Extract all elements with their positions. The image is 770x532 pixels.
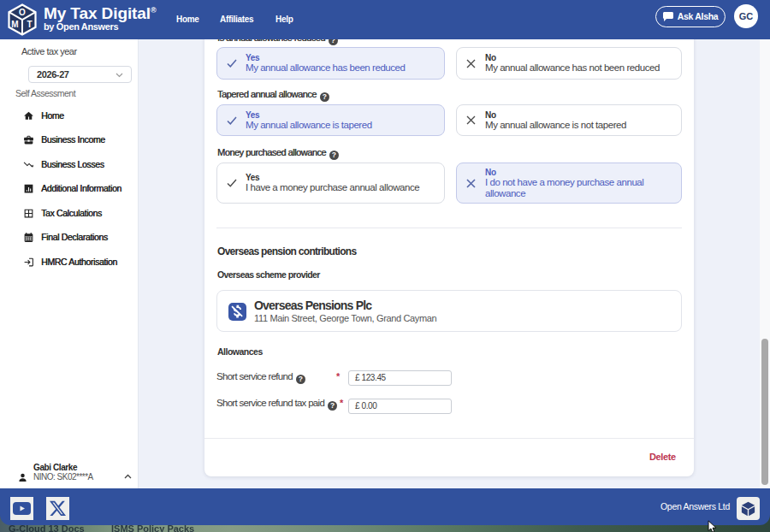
svg-text:T: T (27, 20, 32, 29)
svg-text:M: M (11, 20, 18, 29)
svg-text:O: O (19, 8, 26, 17)
